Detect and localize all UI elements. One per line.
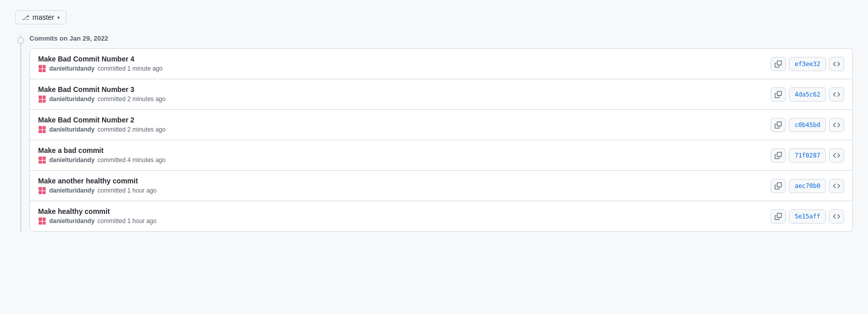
branch-name: master	[32, 13, 54, 21]
commit-actions: 4da5c62	[771, 87, 844, 102]
copy-icon	[775, 121, 782, 129]
commit-hash-link[interactable]: 71f0287	[789, 148, 826, 163]
commit-row: Make Bad Commit Number 3 danielturidandy…	[30, 79, 852, 110]
timeline-dot	[17, 37, 24, 44]
commit-author[interactable]: danielturidandy	[49, 126, 94, 133]
copy-hash-button[interactable]	[771, 118, 786, 132]
commit-actions: ef3ee32	[771, 57, 844, 71]
commits-section: Commits on Jan 29, 2022 Make Bad Commit …	[15, 35, 853, 232]
copy-icon	[775, 213, 782, 220]
author-avatar-icon	[38, 156, 46, 164]
commit-title: Make another healthy commit	[38, 177, 156, 185]
copy-icon	[775, 60, 782, 68]
commit-info: Make Bad Commit Number 3 danielturidandy…	[38, 85, 165, 103]
commit-time: committed 2 minutes ago	[97, 96, 165, 103]
commit-actions: 5e15aff	[771, 209, 844, 224]
commit-info: Make Bad Commit Number 4 danielturidandy…	[38, 55, 162, 73]
copy-hash-button[interactable]	[771, 57, 786, 71]
code-icon	[833, 182, 840, 190]
copy-hash-button[interactable]	[771, 148, 786, 163]
copy-hash-button[interactable]	[771, 209, 786, 224]
copy-hash-button[interactable]	[771, 87, 786, 102]
commit-row: Make a bad commit danielturidandy commit…	[30, 140, 852, 171]
date-label: Commits on Jan 29, 2022	[29, 35, 108, 42]
commit-meta: danielturidandy committed 1 hour ago	[38, 186, 156, 195]
commit-author[interactable]: danielturidandy	[49, 65, 94, 72]
author-avatar-icon	[38, 186, 46, 195]
chevron-down-icon: ▾	[57, 15, 60, 20]
browse-tree-button[interactable]	[829, 179, 844, 193]
commit-meta: danielturidandy committed 1 hour ago	[38, 217, 156, 225]
author-avatar-icon	[38, 125, 46, 134]
commit-row: Make healthy commit danielturidandy comm…	[30, 201, 852, 231]
commit-time: committed 4 minutes ago	[97, 156, 165, 164]
copy-hash-button[interactable]	[771, 179, 786, 193]
code-icon	[833, 121, 840, 129]
commit-time: committed 1 hour ago	[97, 217, 156, 225]
commit-row: Make another healthy commit danielturida…	[30, 171, 852, 201]
commits-list: Make Bad Commit Number 4 danielturidandy…	[29, 48, 853, 232]
commit-meta: danielturidandy committed 2 minutes ago	[38, 125, 165, 134]
commit-hash-link[interactable]: 4da5c62	[789, 87, 826, 102]
commit-title: Make healthy commit	[38, 207, 156, 215]
code-icon	[833, 91, 840, 98]
commit-actions: aec70b0	[771, 179, 844, 193]
code-icon	[833, 60, 840, 68]
commit-time: committed 1 hour ago	[97, 187, 156, 194]
browse-tree-button[interactable]	[829, 118, 844, 132]
branch-selector-button[interactable]: ⎇ master ▾	[15, 10, 66, 24]
commit-meta: danielturidandy committed 2 minutes ago	[38, 95, 165, 103]
browse-tree-button[interactable]	[829, 209, 844, 224]
commit-hash-link[interactable]: aec70b0	[789, 179, 826, 193]
browse-tree-button[interactable]	[829, 87, 844, 102]
commit-info: Make Bad Commit Number 2 danielturidandy…	[38, 116, 165, 134]
commit-info: Make healthy commit danielturidandy comm…	[38, 207, 156, 225]
commit-meta: danielturidandy committed 1 minute ago	[38, 65, 162, 73]
copy-icon	[775, 182, 782, 190]
code-icon	[833, 152, 840, 159]
commit-title: Make Bad Commit Number 3	[38, 85, 165, 93]
commit-time: committed 1 minute ago	[97, 65, 162, 72]
commit-time: committed 2 minutes ago	[97, 126, 165, 133]
commit-author[interactable]: danielturidandy	[49, 187, 94, 194]
branch-icon: ⎇	[22, 14, 29, 21]
commit-info: Make another healthy commit danielturida…	[38, 177, 156, 195]
commit-title: Make Bad Commit Number 4	[38, 55, 162, 63]
code-icon	[833, 213, 840, 220]
copy-icon	[775, 91, 782, 98]
timeline-line	[20, 35, 21, 232]
commit-hash-link[interactable]: c0b45bd	[789, 118, 826, 132]
copy-icon	[775, 152, 782, 159]
commit-row: Make Bad Commit Number 2 danielturidandy…	[30, 110, 852, 140]
commit-hash-link[interactable]: 5e15aff	[789, 209, 826, 224]
browse-tree-button[interactable]	[829, 57, 844, 71]
commit-title: Make a bad commit	[38, 146, 165, 154]
commit-hash-link[interactable]: ef3ee32	[789, 57, 826, 71]
commit-author[interactable]: danielturidandy	[49, 217, 94, 225]
commits-date: Commits on Jan 29, 2022	[29, 35, 853, 42]
author-avatar-icon	[38, 65, 46, 73]
author-avatar-icon	[38, 217, 46, 225]
commit-actions: c0b45bd	[771, 118, 844, 132]
commit-author[interactable]: danielturidandy	[49, 96, 94, 103]
commit-title: Make Bad Commit Number 2	[38, 116, 165, 124]
commit-info: Make a bad commit danielturidandy commit…	[38, 146, 165, 164]
browse-tree-button[interactable]	[829, 148, 844, 163]
author-avatar-icon	[38, 95, 46, 103]
commit-actions: 71f0287	[771, 148, 844, 163]
commit-author[interactable]: danielturidandy	[49, 156, 94, 164]
commit-row: Make Bad Commit Number 4 danielturidandy…	[30, 49, 852, 79]
commit-meta: danielturidandy committed 4 minutes ago	[38, 156, 165, 164]
